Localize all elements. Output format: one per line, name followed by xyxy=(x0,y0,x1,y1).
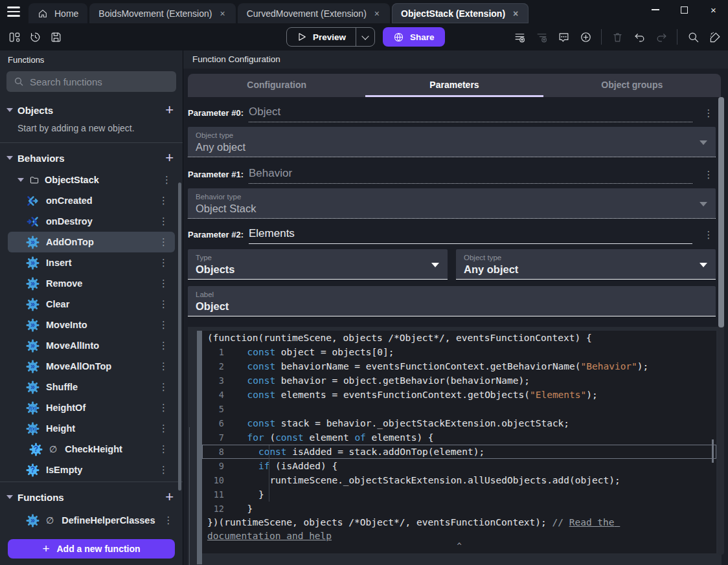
folder-menu-button[interactable]: ⋮ xyxy=(160,174,174,186)
item-menu-button[interactable]: ⋮ xyxy=(161,515,175,526)
item-menu-button[interactable]: ⋮ xyxy=(157,319,170,331)
tab-parameters[interactable]: Parameters xyxy=(365,74,543,97)
sidebar-item-moveallinto[interactable]: »MoveAllInto⋮ xyxy=(8,335,175,356)
parameter-menu-button[interactable]: ⋮ xyxy=(701,169,716,184)
code-line-11[interactable]: 11 } xyxy=(202,487,716,502)
collapse-caret-icon[interactable] xyxy=(6,156,13,160)
sidebar-item-shuffle[interactable]: »Shuffle⋮ xyxy=(8,377,175,397)
sidebar-item-heightof[interactable]: f(x)HeightOf⋮ xyxy=(8,397,175,418)
event-drag-handle[interactable] xyxy=(197,331,202,564)
save-icon[interactable] xyxy=(47,28,65,46)
close-icon[interactable]: × xyxy=(373,8,381,19)
main-scrollbar-thumb[interactable] xyxy=(718,97,724,327)
tab-object-groups[interactable]: Object groups xyxy=(543,74,721,97)
functions-section-header[interactable]: Functions + xyxy=(0,484,183,510)
sidebar-item-clear[interactable]: »Clear⋮ xyxy=(8,294,175,315)
item-menu-button[interactable]: ⋮ xyxy=(157,298,170,310)
type-dropdown[interactable]: Type Objects xyxy=(188,249,448,280)
tab-boidsmovement[interactable]: BoidsMovement (Extension) × xyxy=(89,3,235,23)
magic-pen-icon[interactable] xyxy=(706,28,724,46)
preview-button[interactable]: Preview xyxy=(287,28,356,46)
collapse-caret-icon[interactable] xyxy=(6,108,13,112)
panels-layout-icon[interactable] xyxy=(5,28,23,46)
close-icon[interactable]: × xyxy=(218,8,226,19)
code-line-6[interactable]: 6 const stack = behavior._objectStackExt… xyxy=(202,416,716,430)
parameter-name-field[interactable]: Behavior xyxy=(249,167,692,184)
parameter-name-field[interactable]: Elements xyxy=(249,227,692,244)
code-line-4[interactable]: 4 const elements = eventsFunctionContext… xyxy=(202,388,716,402)
history-icon[interactable] xyxy=(26,28,44,46)
code-line-8[interactable]: 8 const isAdded = stack.addOnTop(element… xyxy=(202,445,716,459)
objects-section-header[interactable]: Objects + xyxy=(0,97,183,123)
minimize-button[interactable] xyxy=(641,0,670,19)
add-free-function-button[interactable]: + xyxy=(165,490,174,504)
main-menu-button[interactable] xyxy=(0,0,27,23)
trash-icon[interactable] xyxy=(608,28,626,46)
parameter-menu-button[interactable]: ⋮ xyxy=(701,229,716,244)
code-line-7[interactable]: 7 for (const element of elements) { xyxy=(202,430,716,445)
parameter-menu-button[interactable]: ⋮ xyxy=(701,107,716,122)
item-menu-button[interactable]: ⋮ xyxy=(157,278,170,289)
tab-home[interactable]: Home xyxy=(28,3,87,23)
item-menu-button[interactable]: ⋮ xyxy=(157,381,170,393)
code-line-3[interactable]: 3 const behavior = object.getBehavior(be… xyxy=(202,373,716,388)
sidebar-item-checkheight[interactable]: ?∅CheckHeight⋮ xyxy=(8,439,175,460)
item-menu-button[interactable]: ⋮ xyxy=(157,464,170,476)
item-menu-button[interactable]: ⋮ xyxy=(157,360,170,372)
sidebar-item-oncreated[interactable]: onCreated⋮ xyxy=(8,190,175,211)
add-event-icon[interactable] xyxy=(510,28,529,46)
item-menu-button[interactable]: ⋮ xyxy=(157,402,170,414)
add-circle-icon[interactable] xyxy=(576,28,595,46)
sidebar-item-isempty[interactable]: ?IsEmpty⋮ xyxy=(8,460,175,480)
object-type-dropdown[interactable]: Object type Any object xyxy=(188,127,716,157)
code-line-2[interactable]: 2 const behaviorName = eventsFunctionCon… xyxy=(202,359,716,373)
item-menu-button[interactable]: ⋮ xyxy=(157,216,170,227)
behaviors-section-header[interactable]: Behaviors + xyxy=(0,145,183,171)
search-functions-input[interactable]: Search functions xyxy=(6,71,176,92)
behavior-folder-objectstack[interactable]: ObjectStack ⋮ xyxy=(0,171,183,190)
collapse-caret-icon[interactable] xyxy=(17,178,24,182)
add-object-button[interactable]: + xyxy=(165,103,174,117)
item-menu-button[interactable]: ⋮ xyxy=(157,423,170,434)
close-window-button[interactable]: × xyxy=(699,0,728,19)
sidebar-item-addontop[interactable]: »AddOnTop⋮ xyxy=(8,232,175,252)
sidebar-item-ondestroy[interactable]: onDestroy⋮ xyxy=(8,211,175,232)
tab-configuration[interactable]: Configuration xyxy=(188,74,365,97)
item-menu-button[interactable]: ⋮ xyxy=(157,236,170,248)
sidebar-item-containsbetween[interactable]: ?ContainsBetween⋮ xyxy=(8,531,175,535)
code-line-12[interactable]: 12 } xyxy=(202,502,716,516)
sidebar-item-moveinto[interactable]: »MoveInto⋮ xyxy=(8,315,175,335)
add-subevent-icon[interactable] xyxy=(532,28,551,46)
maximize-button[interactable] xyxy=(670,0,699,19)
item-menu-button[interactable]: ⋮ xyxy=(157,195,170,206)
parameter-name-field[interactable]: Object xyxy=(249,105,692,122)
label-input-field[interactable]: Label Object xyxy=(188,286,716,316)
behavior-type-dropdown[interactable]: Behavior type Object Stack xyxy=(188,188,716,219)
fold-caret-icon[interactable]: ^ xyxy=(457,542,461,551)
item-menu-button[interactable]: ⋮ xyxy=(157,443,170,455)
close-icon[interactable]: × xyxy=(512,8,519,19)
item-menu-button[interactable]: ⋮ xyxy=(157,257,170,269)
object-type-dropdown[interactable]: Object type Any object xyxy=(456,249,716,280)
redo-icon[interactable] xyxy=(652,28,670,46)
sidebar-item-remove[interactable]: »Remove⋮ xyxy=(8,273,175,294)
code-line-1[interactable]: 1 const object = objects[0]; xyxy=(202,345,716,359)
javascript-code-editor[interactable]: (function(runtimeScene, objects /*Object… xyxy=(202,331,716,553)
add-behavior-button[interactable]: + xyxy=(165,151,174,165)
item-menu-button[interactable]: ⋮ xyxy=(157,340,170,351)
collapse-caret-icon[interactable] xyxy=(6,495,13,499)
share-button[interactable]: Share xyxy=(383,27,445,47)
sidebar-item-moveallontop[interactable]: »MoveAllOnTop⋮ xyxy=(8,356,175,377)
undo-icon[interactable] xyxy=(630,28,648,46)
code-line-9[interactable]: 9 if (isAdded) { xyxy=(202,459,716,473)
code-line-5[interactable]: 5 xyxy=(202,402,716,416)
add-comment-icon[interactable] xyxy=(554,28,573,46)
sidebar-item-definehelperclasses[interactable]: »∅DefineHelperClasses⋮ xyxy=(8,510,175,531)
preview-options-button[interactable] xyxy=(356,28,374,46)
tab-objectstack[interactable]: ObjectStack (Extension) × xyxy=(392,3,529,23)
sidebar-item-insert[interactable]: »Insert⋮ xyxy=(8,252,175,273)
sidebar-scrollbar[interactable] xyxy=(178,183,181,491)
sidebar-item-height[interactable]: f(x)Height⋮ xyxy=(8,418,175,439)
add-a-new-function-button[interactable]: + Add a new function xyxy=(8,539,175,559)
code-line-10[interactable]: 10 runtimeScene._objectStackExtension.al… xyxy=(202,473,716,487)
